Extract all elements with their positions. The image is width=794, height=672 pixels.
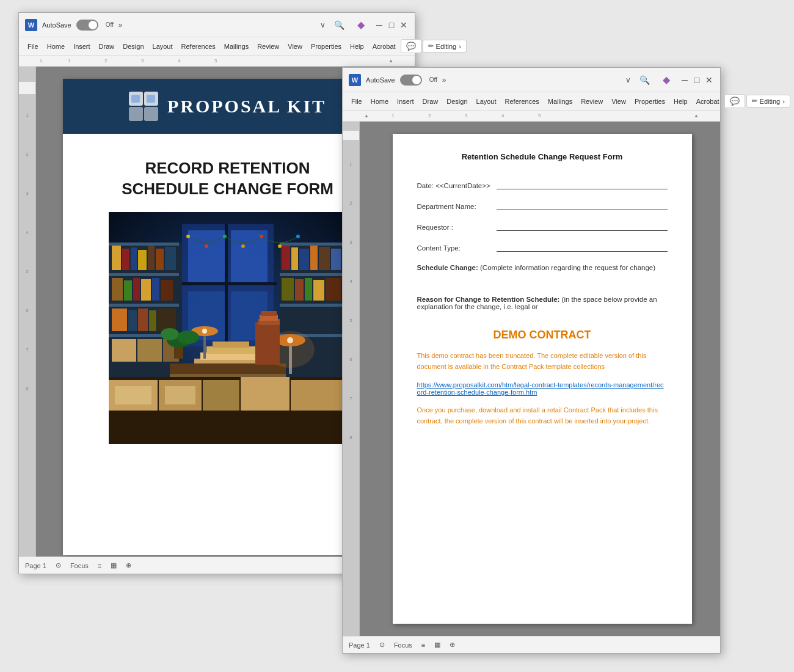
svg-rect-22: [124, 280, 132, 301]
field-dept-line[interactable]: [497, 200, 668, 210]
focus-label-1: Focus: [70, 562, 89, 569]
window-controls-1: ─ □ ✕: [374, 20, 409, 30]
menu-draw-2[interactable]: Draw: [419, 95, 442, 108]
dropdown-btn-1[interactable]: ∨: [320, 21, 326, 29]
menu-home-2[interactable]: Home: [367, 95, 392, 108]
ruler-right-marker-1: ▲: [388, 58, 393, 64]
menu-insert-2[interactable]: Insert: [393, 95, 418, 108]
menu-acrobat-1[interactable]: Acrobat: [369, 40, 399, 53]
menu-mail-2[interactable]: Mailings: [544, 95, 576, 108]
svg-rect-21: [112, 278, 123, 301]
menu-home-1[interactable]: Home: [43, 40, 68, 53]
menu-layout-2[interactable]: Layout: [473, 95, 500, 108]
svg-rect-71: [241, 377, 290, 411]
status-bar-2: Page 1 ⊙ Focus ≡ ▦ ⊕: [343, 636, 720, 653]
svg-rect-18: [148, 246, 155, 270]
menu-file-1[interactable]: File: [24, 40, 42, 53]
ruler-mark2-2: 2: [428, 113, 431, 119]
reason-label: Reason for Change to Retention Schedule:…: [417, 296, 668, 310]
toggle-state-1: Off: [106, 21, 114, 28]
ruler-left-tab-1: L: [40, 58, 43, 64]
logo-sq-bl: [129, 107, 143, 121]
toggle-state-2: Off: [429, 76, 437, 83]
svg-point-84: [161, 328, 179, 340]
autosave-toggle-2[interactable]: [400, 75, 422, 86]
svg-rect-25: [152, 278, 159, 301]
search-btn-1[interactable]: 🔍: [330, 16, 348, 34]
ruler-mark1-1: 1: [68, 58, 70, 64]
svg-rect-72: [291, 380, 347, 411]
diamond-btn-1[interactable]: ◆: [352, 16, 370, 34]
ruler-mark1-2: 1: [392, 113, 394, 119]
menu-review-1[interactable]: Review: [253, 40, 283, 53]
maximize-btn-2[interactable]: □: [692, 75, 702, 85]
menu-design-2[interactable]: Design: [443, 95, 471, 108]
svg-point-77: [223, 235, 227, 238]
menu-ref-1[interactable]: References: [178, 40, 219, 53]
menu-draw-1[interactable]: Draw: [95, 40, 118, 53]
comment-btn-1[interactable]: 💬: [401, 39, 421, 53]
field-requestor-line[interactable]: [497, 221, 668, 231]
demo-link[interactable]: https://www.proposalkit.com/htm/legal-co…: [417, 381, 668, 396]
menu-view-1[interactable]: View: [284, 40, 306, 53]
menu-design-1[interactable]: Design: [119, 40, 147, 53]
svg-rect-54: [213, 341, 249, 348]
svg-rect-14: [112, 246, 121, 270]
archive-svg: [109, 212, 347, 444]
svg-point-81: [296, 235, 300, 238]
menu-help-1[interactable]: Help: [346, 40, 368, 53]
menu-layout-1[interactable]: Layout: [149, 40, 177, 53]
field-date-line[interactable]: [497, 180, 668, 189]
menu-ref-2[interactable]: References: [501, 95, 543, 108]
menu-prop-2[interactable]: Properties: [631, 95, 669, 108]
demo-text-1: This demo contract has been truncated. T…: [417, 351, 668, 372]
autosave-toggle-1[interactable]: [76, 20, 98, 31]
doc-area-2[interactable]: 1 2 3 4 5 6 7 8 Retention Schedule Chang…: [343, 122, 720, 636]
search-btn-2[interactable]: 🔍: [636, 71, 653, 89]
expand-btn-1[interactable]: »: [118, 21, 123, 29]
ruler-mark3-1: 3: [141, 58, 144, 64]
close-btn-1[interactable]: ✕: [399, 20, 409, 30]
expand-btn-2[interactable]: »: [442, 76, 446, 84]
svg-point-76: [205, 244, 208, 248]
svg-rect-32: [112, 339, 136, 362]
svg-rect-56: [170, 374, 286, 377]
svg-rect-10: [109, 243, 179, 246]
diamond-btn-2[interactable]: ◆: [658, 71, 675, 89]
svg-rect-3: [188, 230, 225, 285]
editing-btn-1[interactable]: ✏ Editing ›: [423, 40, 467, 53]
svg-rect-74: [165, 386, 195, 404]
dropdown-btn-2[interactable]: ∨: [625, 76, 631, 84]
logo-squares-1: [129, 92, 158, 121]
maximize-btn-1[interactable]: □: [387, 20, 396, 30]
editing-label-2: Editing: [760, 98, 781, 105]
close-btn-2[interactable]: ✕: [704, 75, 714, 85]
print-icon-2: ▦: [434, 641, 440, 649]
field-content-line[interactable]: [497, 242, 668, 252]
menu-review-2[interactable]: Review: [577, 95, 606, 108]
svg-rect-67: [261, 311, 277, 316]
menu-acrobat-2[interactable]: Acrobat: [693, 95, 723, 108]
logo-container-1: [129, 92, 158, 121]
logo-sq-tr: [144, 92, 158, 106]
menu-view-2[interactable]: View: [608, 95, 630, 108]
focus-icon-1: ⊙: [56, 561, 61, 569]
minimize-btn-2[interactable]: ─: [680, 75, 690, 85]
menu-file-2[interactable]: File: [348, 95, 366, 108]
minimize-btn-1[interactable]: ─: [374, 20, 384, 30]
svg-rect-37: [280, 273, 347, 276]
menu-help-2[interactable]: Help: [670, 95, 691, 108]
editing-btn-2[interactable]: ✏ Editing ›: [746, 95, 790, 108]
comment-btn-2[interactable]: 💬: [724, 94, 745, 108]
read-icon-2: ≡: [421, 641, 425, 649]
field-requestor-label: Requestor :: [417, 224, 490, 231]
schedule-note: (Complete information regarding the requ…: [480, 264, 655, 271]
ruler-mark3-2: 3: [465, 113, 467, 119]
svg-point-78: [241, 244, 245, 248]
reason-section: Reason for Change to Retention Schedule:…: [417, 296, 668, 310]
svg-rect-49: [313, 280, 324, 301]
menu-insert-1[interactable]: Insert: [70, 40, 94, 53]
menu-prop-1[interactable]: Properties: [307, 40, 345, 53]
menu-mail-1[interactable]: Mailings: [220, 40, 252, 53]
word-icon-2: W: [349, 74, 361, 86]
